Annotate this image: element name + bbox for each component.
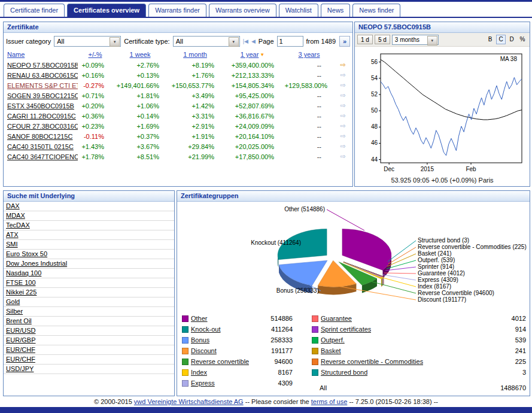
underlying-item[interactable]: FTSE 100	[4, 278, 174, 288]
range-select[interactable]: 3 months ▼	[392, 35, 439, 45]
range-1d-button[interactable]: 1 d	[357, 35, 373, 44]
legend-link-index[interactable]: Index	[191, 369, 207, 376]
underlying-item[interactable]: Brent Oil	[4, 317, 174, 326]
underlying-item[interactable]: EUR/CHF	[4, 345, 174, 355]
chevron-down-icon[interactable]: ▼	[110, 37, 120, 47]
tab-warrants-finder[interactable]: Warrants finder	[148, 4, 206, 17]
column-header-3-years[interactable]: 3 years	[282, 49, 336, 60]
legend-link-reverse-convertible-commodities[interactable]: Reverse convertible - Commodities	[321, 358, 423, 365]
underlying-item[interactable]: Euro Stoxx 50	[4, 250, 174, 259]
chevron-down-icon[interactable]: ▼	[229, 37, 239, 47]
underlying-link[interactable]: EUR/CHF	[6, 346, 35, 353]
tab-news-finder[interactable]: News finder	[352, 4, 400, 17]
legend-link-outperf[interactable]: Outperf.	[321, 336, 345, 344]
row-arrow-icon[interactable]: ⇨	[340, 112, 345, 119]
legend-link-basket[interactable]: Basket	[321, 347, 341, 354]
underlying-link[interactable]: Nikkei 225	[6, 289, 37, 296]
row-arrow-icon[interactable]: ⇨	[340, 81, 345, 89]
certificate-link[interactable]: CAC40 3150TL 0215C	[7, 143, 74, 150]
tab-watchlist[interactable]: Watchlist	[279, 4, 318, 17]
underlying-link[interactable]: TecDAX	[6, 221, 30, 229]
legend-link-reverse-convertible[interactable]: Reverse convertible	[191, 358, 249, 365]
underlying-link[interactable]: Gold	[6, 298, 20, 305]
column-header-link[interactable]: 1 year	[241, 51, 259, 58]
underlying-link[interactable]: Silber	[6, 308, 23, 315]
range-5d-button[interactable]: 5 d	[375, 35, 390, 44]
column-header-1-month[interactable]: 1 month	[168, 49, 223, 60]
underlying-item[interactable]: MDAX	[4, 211, 174, 221]
underlying-link[interactable]: Euro Stoxx 50	[6, 250, 47, 257]
legend-link-knock-out[interactable]: Knock-out	[191, 326, 221, 333]
underlying-link[interactable]: USD/JPY	[6, 365, 34, 372]
row-arrow-icon[interactable]: ⇨	[340, 92, 345, 99]
underlying-item[interactable]: EUR/GBP	[4, 336, 174, 345]
tab-certificates-overview[interactable]: Certificates overview	[67, 4, 146, 17]
underlying-link[interactable]: FTSE 100	[6, 279, 36, 286]
tab-certificate-finder[interactable]: Certificate finder	[4, 4, 65, 17]
underlying-item[interactable]: Silber	[4, 307, 174, 317]
underlying-link[interactable]: Dow Jones Industrial	[6, 260, 67, 267]
chevron-down-icon[interactable]: ▼	[427, 36, 437, 45]
chart-mode-c-button[interactable]: C	[496, 35, 506, 44]
underlying-link[interactable]: EUR/USD	[6, 327, 36, 334]
certificate-link[interactable]: SANOF 80BOC1215C	[7, 133, 72, 140]
tab-news[interactable]: News	[321, 4, 351, 17]
underlying-link[interactable]: EUR/CHF	[6, 356, 35, 363]
certificate-link[interactable]: ELEMENTS S&P CTI ETN	[7, 82, 78, 89]
underlying-item[interactable]: TecDAX	[4, 221, 174, 230]
pie-slice-other[interactable]	[342, 229, 391, 271]
legend-link-structured-bond[interactable]: Structured bond	[321, 369, 367, 376]
column-header-link[interactable]: 3 years	[298, 51, 320, 58]
chart-mode-d-button[interactable]: D	[507, 35, 516, 44]
legend-link-sprint-certificates[interactable]: Sprint certificates	[321, 326, 371, 333]
row-arrow-icon[interactable]: ⇨	[340, 122, 345, 129]
certificate-type-select[interactable]: All ▼	[173, 36, 240, 47]
legend-link-express[interactable]: Express	[191, 379, 215, 387]
terms-of-use-link[interactable]: terms of use	[311, 398, 348, 405]
chart-mode-percent-button[interactable]: %	[518, 35, 527, 44]
row-arrow-icon[interactable]: ⇨	[340, 142, 345, 150]
underlying-link[interactable]: SMI	[6, 241, 18, 248]
underlying-link[interactable]: EUR/GBP	[6, 336, 36, 344]
underlying-link[interactable]: DAX	[6, 202, 20, 209]
column-header-[interactable]: +/-%	[78, 49, 113, 60]
row-arrow-icon[interactable]: ⇨	[340, 132, 345, 139]
underlying-link[interactable]: Brent Oil	[6, 317, 32, 324]
legend-link-discount[interactable]: Discount	[191, 347, 217, 354]
issuer-category-select[interactable]: All ▼	[54, 36, 121, 47]
certificate-link[interactable]: ESTX 3450BOC0915B	[7, 102, 74, 110]
tab-warrants-overview[interactable]: Warrants overview	[209, 4, 276, 17]
certificate-link[interactable]: CAC40 3647TCIOPENC	[7, 153, 78, 160]
first-page-icon[interactable]: |◀	[243, 38, 248, 44]
underlying-item[interactable]: EUR/USD	[4, 326, 174, 336]
row-arrow-icon[interactable]: ⇨	[340, 153, 345, 160]
row-arrow-icon[interactable]: ⇨	[340, 102, 345, 109]
column-header-link[interactable]: 1 month	[183, 51, 207, 58]
legend-link-other[interactable]: Other	[191, 315, 208, 322]
underlying-item[interactable]: EUR/CHF	[4, 355, 174, 365]
column-header-name[interactable]: Name	[5, 49, 78, 60]
column-header-link[interactable]: +/-%	[89, 51, 102, 58]
legend-link-guarantee[interactable]: Guarantee	[321, 315, 352, 322]
column-header-link[interactable]: Name	[7, 51, 25, 58]
underlying-item[interactable]: Nikkei 225	[4, 288, 174, 297]
certificate-link[interactable]: NEOPO 57.5BOC0915B	[7, 62, 78, 69]
row-arrow-icon[interactable]: ⇨	[340, 61, 345, 68]
column-header-1-year[interactable]: 1 year▼	[223, 49, 282, 60]
underlying-item[interactable]: Nasdaq 100	[4, 269, 174, 278]
row-arrow-icon[interactable]: ⇨	[340, 71, 345, 78]
underlying-link[interactable]: MDAX	[6, 212, 25, 219]
next-pages-button[interactable]: »	[339, 36, 350, 47]
underlying-item[interactable]: DAX	[4, 202, 174, 211]
underlying-item[interactable]: ATX	[4, 230, 174, 240]
underlying-link[interactable]: ATX	[6, 231, 19, 238]
legend-link-bonus[interactable]: Bonus	[191, 336, 209, 344]
certificate-link[interactable]: SOGEN 39.5BOC1215C	[7, 92, 78, 99]
prev-page-icon[interactable]: ◀	[251, 38, 256, 44]
column-header-1-week[interactable]: 1 week	[113, 49, 168, 60]
underlying-link[interactable]: Nasdaq 100	[6, 269, 41, 277]
certificate-link[interactable]: CAGRI 11.2BOC0915C	[7, 113, 76, 120]
chart-mode-b-button[interactable]: B	[485, 35, 495, 44]
underlying-item[interactable]: Gold	[4, 297, 174, 307]
underlying-item[interactable]: USD/JPY	[4, 365, 174, 374]
